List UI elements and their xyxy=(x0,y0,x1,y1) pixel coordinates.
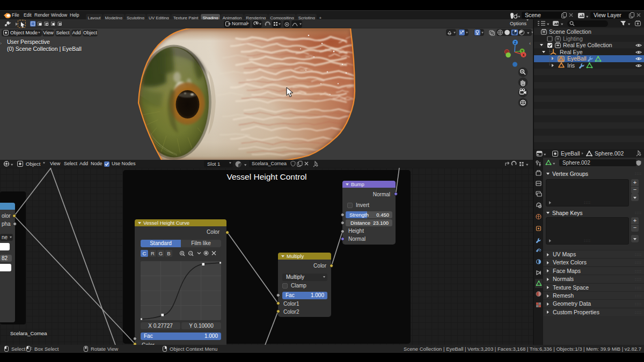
svg-text:Z: Z xyxy=(514,41,516,45)
svg-text:X: X xyxy=(522,53,525,57)
